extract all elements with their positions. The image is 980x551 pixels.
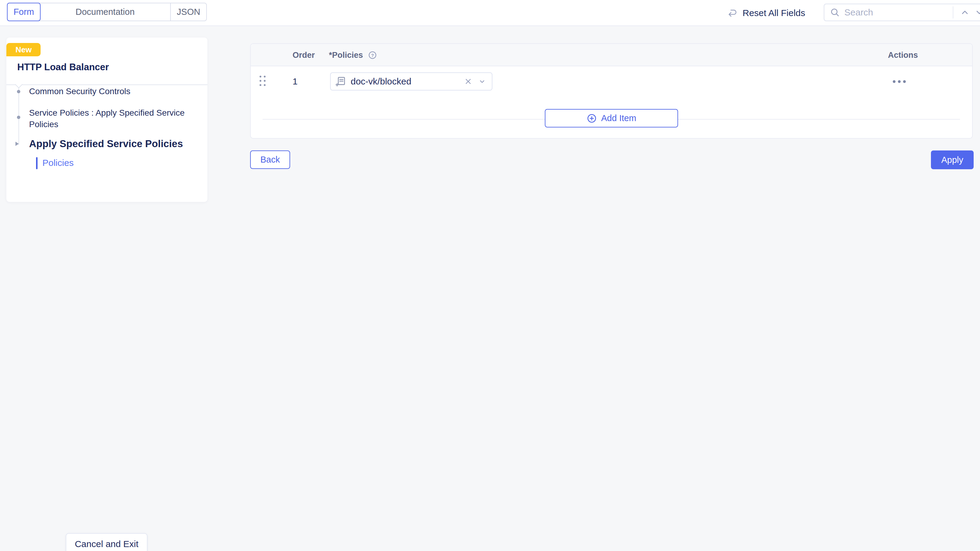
tab-form[interactable]: Form: [7, 3, 41, 21]
sidebar-item-service-policies[interactable]: Service Policies : Apply Specified Servi…: [29, 107, 214, 130]
tab-documentation[interactable]: Documentation: [40, 3, 171, 21]
new-badge: New: [6, 43, 41, 56]
tree-bullet-icon: [17, 116, 20, 119]
column-header-actions: Actions: [888, 44, 918, 66]
search-box: [824, 4, 980, 21]
chevron-up-icon: [960, 8, 970, 17]
search-input[interactable]: [844, 7, 948, 17]
sidebar-divider: [6, 84, 207, 85]
row-actions-cell: [890, 66, 908, 97]
policy-select-open-button[interactable]: [477, 76, 487, 86]
table-header-row: Order *Policies ? Actions: [251, 44, 972, 66]
chevron-down-icon: [478, 77, 486, 86]
tab-json[interactable]: JSON: [171, 3, 206, 21]
policies-table-card: Order *Policies ? Actions 1: [250, 43, 973, 139]
sidebar-title: HTTP Load Balancer: [17, 62, 109, 73]
add-item-label: Add Item: [601, 113, 636, 123]
chevron-down-icon: [975, 8, 980, 17]
back-button[interactable]: Back: [250, 151, 290, 169]
row-order-value: 1: [293, 66, 298, 97]
drag-handle-icon[interactable]: [259, 76, 266, 86]
column-header-policies-label: *Policies: [329, 51, 363, 60]
sidebar-item-apply-specified-service-policies[interactable]: Apply Specified Service Policies: [29, 137, 183, 150]
form-nav-sidebar: New HTTP Load Balancer Common Security C…: [6, 38, 207, 202]
sidebar-item-common-security-controls[interactable]: Common Security Controls: [29, 86, 130, 97]
search-next-button[interactable]: [972, 8, 980, 17]
reset-all-fields-label: Reset All Fields: [743, 8, 805, 18]
help-icon[interactable]: ?: [368, 51, 377, 60]
search-icon: [830, 7, 840, 17]
clear-x-icon: [464, 77, 473, 86]
view-tab-group: Form Documentation JSON: [7, 3, 207, 21]
sidebar-item-policies[interactable]: Policies: [42, 158, 73, 168]
sidebar-divider-notch: [15, 81, 22, 88]
topbar: Form Documentation JSON Reset All Fields: [0, 0, 980, 26]
svg-text:?: ?: [371, 53, 374, 58]
apply-button[interactable]: Apply: [931, 151, 974, 169]
plus-circle-icon: [587, 113, 597, 124]
page: Form Documentation JSON Reset All Fields: [0, 0, 980, 551]
policy-select[interactable]: doc-vk/blocked: [330, 72, 492, 91]
row-menu-button[interactable]: [890, 78, 908, 86]
column-header-policies: *Policies ?: [329, 44, 377, 66]
cancel-and-exit-button[interactable]: Cancel and Exit: [66, 533, 148, 551]
search-prev-button[interactable]: [958, 8, 972, 17]
policy-clear-button[interactable]: [463, 76, 473, 86]
add-item-button[interactable]: Add Item: [545, 109, 678, 127]
tree-bullet-icon: [17, 90, 20, 93]
reset-all-fields-button[interactable]: Reset All Fields: [727, 0, 805, 26]
column-header-order: Order: [293, 44, 315, 66]
table-row: 1 doc-vk/blocked: [251, 66, 972, 97]
undo-icon: [727, 8, 738, 19]
policy-reference-icon: [335, 76, 347, 87]
active-leaf-indicator: [36, 157, 38, 169]
tree-arrow-icon: [16, 142, 19, 146]
policy-select-value: doc-vk/blocked: [351, 76, 459, 87]
search-divider: [953, 6, 953, 19]
